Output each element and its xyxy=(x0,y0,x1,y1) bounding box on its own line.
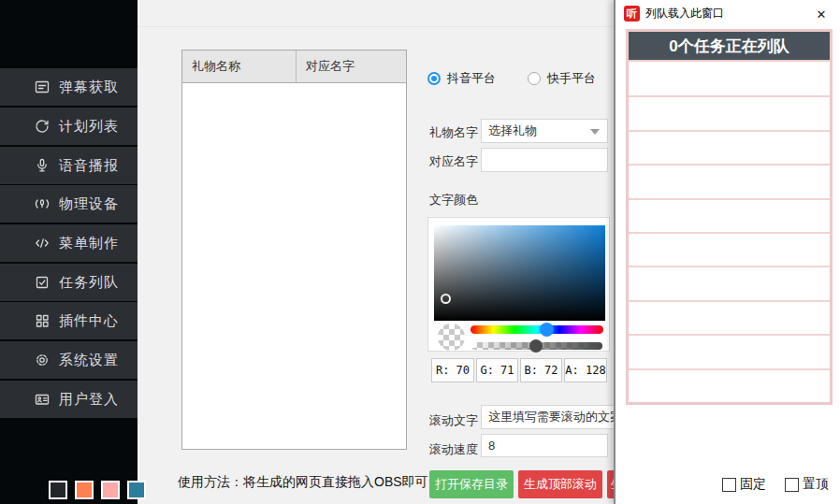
sidebar-item-task-queue[interactable]: 任务列队 xyxy=(0,264,138,301)
theme-swatch-orange[interactable] xyxy=(75,481,94,499)
green-value-input[interactable]: G: 71 xyxy=(476,358,518,382)
queue-row[interactable] xyxy=(629,302,830,336)
scroll-text-value: 这里填写需要滚动的文案 xyxy=(488,409,621,425)
gift-select-value: 选择礼物 xyxy=(488,122,537,139)
generate-top-scroll-button[interactable]: 生成顶部滚动 xyxy=(518,470,602,498)
sidebar-item-device[interactable]: 物理设备 xyxy=(0,185,138,223)
gift-table: 礼物名称 对应名字 xyxy=(181,50,407,450)
alpha-value-input[interactable]: A: 128 xyxy=(564,358,607,382)
id-card-icon xyxy=(34,392,50,408)
queue-rows xyxy=(629,64,830,402)
queue-row[interactable] xyxy=(629,370,830,402)
gift-select-dropdown[interactable]: 选择礼物 xyxy=(481,119,608,143)
usage-hint: 使用方法：将生成的网页直接拖入OBS即可 xyxy=(178,474,428,491)
sidebar: 弹幕获取 计划列表 语音播报 物理设备 菜单制作 任务列队 插件中心 系统设置 xyxy=(0,0,138,504)
danmaku-icon xyxy=(34,79,50,95)
text-color-label: 文字颜色 xyxy=(429,192,478,209)
queue-row[interactable] xyxy=(629,336,830,369)
queue-window-title: 列队载入此窗口 xyxy=(645,6,724,22)
radio-douyin[interactable]: 抖音平台 xyxy=(427,70,496,87)
sidebar-item-danmaku[interactable]: 弹幕获取 xyxy=(0,68,138,106)
sidebar-item-login[interactable]: 用户登入 xyxy=(0,381,138,418)
scroll-speed-label: 滚动速度 xyxy=(429,441,478,458)
scroll-speed-input[interactable]: 8 xyxy=(481,434,608,457)
sidebar-item-plan-list[interactable]: 计划列表 xyxy=(0,108,138,145)
sidebar-item-settings[interactable]: 系统设置 xyxy=(0,341,138,379)
scroll-text-input[interactable]: 这里填写需要滚动的文案 xyxy=(481,405,621,429)
queue-list: 0个任务正在列队 xyxy=(626,29,833,405)
hue-slider-thumb[interactable] xyxy=(540,323,554,337)
scroll-speed-value: 8 xyxy=(488,439,495,453)
sidebar-item-label: 系统设置 xyxy=(59,352,119,369)
checkbox-icon xyxy=(785,478,799,492)
col-gift-name: 礼物名称 xyxy=(182,50,297,82)
radio-kuaishou[interactable]: 快手平台 xyxy=(528,70,596,87)
mapped-name-input[interactable] xyxy=(481,148,608,172)
close-icon[interactable]: ✕ xyxy=(812,5,831,23)
radio-kuaishou-label: 快手平台 xyxy=(547,70,596,87)
queue-row[interactable] xyxy=(629,234,830,267)
sidebar-item-voice[interactable]: 语音播报 xyxy=(0,147,138,184)
gift-table-header: 礼物名称 对应名字 xyxy=(182,50,406,83)
gear-icon xyxy=(34,353,50,368)
hue-slider[interactable] xyxy=(471,325,603,334)
color-preview-swatch xyxy=(438,324,465,351)
radio-selected-icon xyxy=(427,72,441,85)
theme-swatch-dark[interactable] xyxy=(49,481,67,499)
queue-row[interactable] xyxy=(629,267,830,301)
topmost-checkbox[interactable]: 置顶 xyxy=(785,476,829,493)
sidebar-item-label: 弹幕获取 xyxy=(59,79,119,96)
theme-swatches xyxy=(49,481,146,499)
sidebar-item-label: 任务列队 xyxy=(59,274,119,292)
col-mapped-name: 对应名字 xyxy=(297,50,406,82)
sidebar-item-label: 计划列表 xyxy=(59,118,119,136)
queue-window-titlebar[interactable]: 听 列队载入此窗口 ✕ xyxy=(616,0,840,26)
chevron-down-icon xyxy=(590,129,600,135)
queue-row[interactable] xyxy=(629,166,830,199)
color-picker xyxy=(427,217,610,352)
plugin-grid-icon xyxy=(34,313,50,329)
sidebar-item-label: 语音播报 xyxy=(59,157,119,175)
fixed-label: 固定 xyxy=(740,476,766,493)
code-icon xyxy=(34,236,50,252)
blue-value-input[interactable]: B: 72 xyxy=(520,358,562,382)
sidebar-item-label: 用户登入 xyxy=(59,391,119,409)
sv-cursor[interactable] xyxy=(441,294,451,304)
mapped-name-label: 对应名字 xyxy=(429,153,478,170)
platform-radio-group: 抖音平台 快手平台 xyxy=(427,70,596,87)
plan-list-icon xyxy=(34,119,50,135)
microphone-icon xyxy=(34,158,50,174)
queue-window: 听 列队载入此窗口 ✕ 0个任务正在列队 固定 xyxy=(614,0,840,504)
queue-row[interactable] xyxy=(629,200,830,234)
radio-unselected-icon xyxy=(528,72,541,85)
sidebar-item-plugin-center[interactable]: 插件中心 xyxy=(0,302,138,339)
app-root: 弹幕获取 计划列表 语音播报 物理设备 菜单制作 任务列队 插件中心 系统设置 xyxy=(0,0,840,504)
listen-app-icon: 听 xyxy=(624,6,640,22)
alpha-slider-thumb[interactable] xyxy=(529,339,543,353)
radio-douyin-label: 抖音平台 xyxy=(447,70,496,87)
queue-row[interactable] xyxy=(629,64,830,97)
theme-swatch-teal[interactable] xyxy=(127,481,146,499)
device-icon xyxy=(34,196,50,212)
sidebar-item-menu-maker[interactable]: 菜单制作 xyxy=(0,224,138,262)
open-save-dir-button[interactable]: 打开保存目录 xyxy=(429,470,514,498)
theme-swatch-pink[interactable] xyxy=(101,481,120,499)
queue-count-header: 0个任务正在列队 xyxy=(629,32,830,62)
task-check-icon xyxy=(34,275,50,291)
saturation-value-area[interactable] xyxy=(434,225,605,321)
queue-window-options: 固定 置顶 xyxy=(722,476,829,493)
queue-row[interactable] xyxy=(629,97,830,131)
fixed-checkbox[interactable]: 固定 xyxy=(722,476,766,493)
scroll-text-label: 滚动文字 xyxy=(429,412,478,429)
checkbox-icon xyxy=(722,478,736,492)
queue-row[interactable] xyxy=(629,132,830,166)
sidebar-item-label: 物理设备 xyxy=(59,195,119,213)
sidebar-item-label: 插件中心 xyxy=(59,312,119,330)
gift-name-label: 礼物名字 xyxy=(429,124,478,141)
red-value-input[interactable]: R: 70 xyxy=(431,358,474,382)
topmost-label: 置顶 xyxy=(803,476,829,493)
sidebar-item-label: 菜单制作 xyxy=(59,235,119,252)
